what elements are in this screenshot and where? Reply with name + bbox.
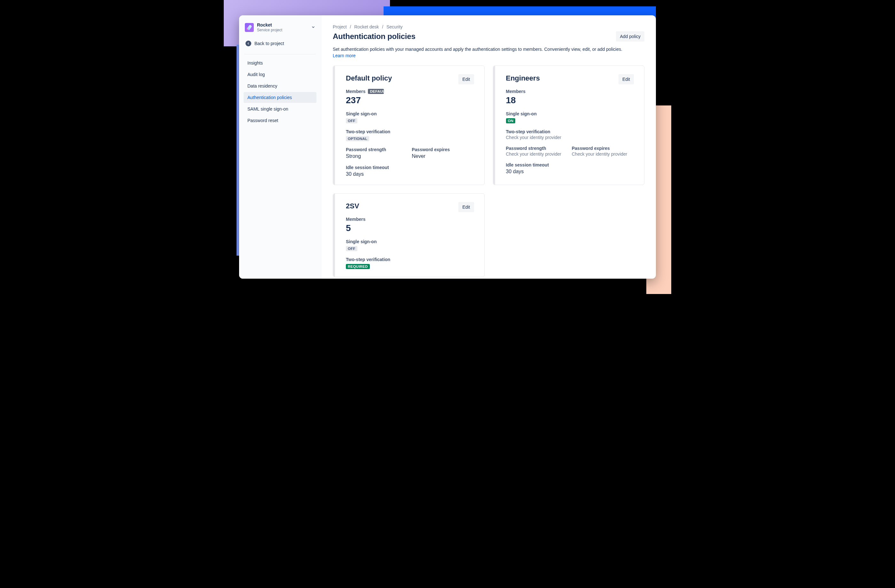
tsv-badge: OPTIONAL xyxy=(346,136,369,141)
sidebar-item-saml-single-sign-on[interactable]: SAML single sign-on xyxy=(244,103,317,114)
breadcrumb-security[interactable]: Security xyxy=(387,24,403,29)
page-title: Authentication policies xyxy=(333,32,416,41)
pw-expires-label: Password expires xyxy=(572,146,634,151)
idle-value: 30 days xyxy=(346,171,474,177)
edit-policy-button[interactable]: Edit xyxy=(458,74,474,84)
policy-title: Default policy xyxy=(346,74,392,82)
card-stripe xyxy=(333,66,335,185)
policy-card: Default policyEditMembersDEFAULT237Singl… xyxy=(333,65,485,185)
members-count: 18 xyxy=(506,95,634,105)
pw-strength-note: Check your identity provider xyxy=(506,152,568,156)
edit-policy-button[interactable]: Edit xyxy=(619,74,634,84)
breadcrumb-project[interactable]: Project xyxy=(333,24,347,29)
pw-strength-value: Strong xyxy=(346,153,408,159)
back-to-project[interactable]: Back to project xyxy=(244,37,317,50)
app-window: Rocket Service project Back to project I… xyxy=(239,15,656,279)
sidebar: Rocket Service project Back to project I… xyxy=(239,15,321,279)
pw-expires-value: Never xyxy=(412,153,474,159)
card-stripe xyxy=(493,66,495,185)
pw-expires-note: Check your identity provider xyxy=(572,152,634,156)
idle-value: 30 days xyxy=(506,169,634,174)
arrow-left-circle-icon xyxy=(246,41,251,46)
project-switcher[interactable]: Rocket Service project xyxy=(244,21,317,37)
main-content: Project / Rocket desk / Security Authent… xyxy=(321,15,656,279)
edit-policy-button[interactable]: Edit xyxy=(458,202,474,212)
sso-label: Single sign-on xyxy=(506,111,634,116)
sidebar-item-password-reset[interactable]: Password reset xyxy=(244,115,317,126)
policy-cards: Default policyEditMembersDEFAULT237Singl… xyxy=(333,65,645,277)
idle-label: Idle session timeout xyxy=(346,165,474,170)
members-label: Members xyxy=(346,89,366,94)
tsv-label: Two-step verification xyxy=(346,257,474,262)
idle-label: Idle session timeout xyxy=(506,162,634,167)
back-label: Back to project xyxy=(255,41,284,46)
project-name: Rocket xyxy=(257,23,308,27)
pw-strength-label: Password strength xyxy=(506,146,568,151)
breadcrumb-rocket-desk[interactable]: Rocket desk xyxy=(354,24,379,29)
page-description: Set authentication policies with your ma… xyxy=(333,46,623,59)
add-policy-button[interactable]: Add policy xyxy=(616,31,645,41)
default-badge: DEFAULT xyxy=(368,89,384,94)
sidebar-nav: InsightsAudit logData residencyAuthentic… xyxy=(244,58,317,126)
tsv-badge: REQUIRED xyxy=(346,264,370,269)
members-label: Members xyxy=(346,217,366,222)
policy-card: EngineersEditMembers18Single sign-onONTw… xyxy=(493,65,645,185)
tsv-label: Two-step verification xyxy=(506,129,634,134)
project-subtitle: Service project xyxy=(257,28,308,32)
policy-title: 2SV xyxy=(346,202,359,210)
sidebar-item-audit-log[interactable]: Audit log xyxy=(244,69,317,80)
breadcrumb: Project / Rocket desk / Security xyxy=(333,24,645,29)
tsv-note: Check your identity provider xyxy=(506,135,634,140)
policy-card: 2SVEditMembers5Single sign-onOFFTwo-step… xyxy=(333,193,485,277)
project-avatar xyxy=(245,23,254,32)
sso-badge: ON xyxy=(506,118,516,123)
tsv-label: Two-step verification xyxy=(346,129,474,134)
members-label: Members xyxy=(506,89,525,94)
policy-title: Engineers xyxy=(506,74,540,82)
members-count: 5 xyxy=(346,223,474,233)
pw-expires-label: Password expires xyxy=(412,147,474,152)
pw-strength-label: Password strength xyxy=(346,147,408,152)
learn-more-link[interactable]: Learn more xyxy=(333,53,356,58)
sidebar-item-authentication-policies[interactable]: Authentication policies xyxy=(244,92,317,103)
card-stripe xyxy=(333,194,335,277)
sso-label: Single sign-on xyxy=(346,239,474,244)
sidebar-item-insights[interactable]: Insights xyxy=(244,58,317,68)
sso-badge: OFF xyxy=(346,246,357,251)
sidebar-item-data-residency[interactable]: Data residency xyxy=(244,80,317,91)
members-count: 237 xyxy=(346,95,474,105)
sso-badge: OFF xyxy=(346,118,357,123)
chevron-down-icon xyxy=(311,25,315,30)
sso-label: Single sign-on xyxy=(346,111,474,116)
